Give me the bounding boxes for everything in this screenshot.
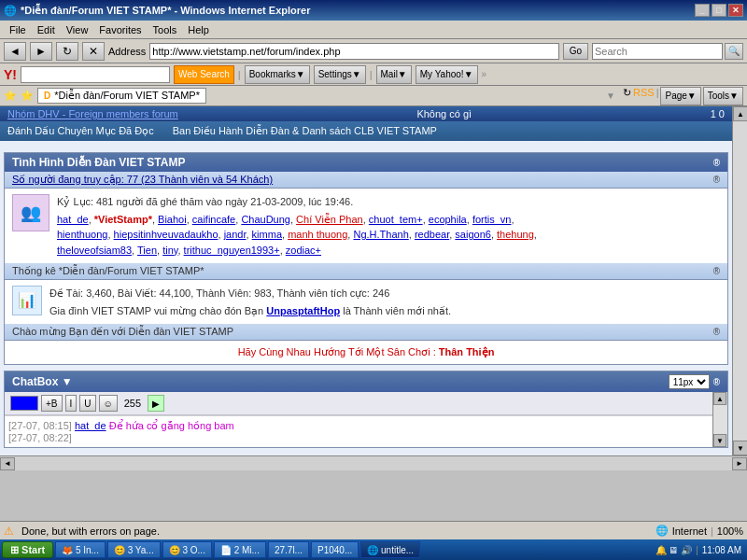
status-text: Done, but with errors on page.	[21, 525, 160, 537]
admin-link[interactable]: Ban Điều Hành Diễn Đàn & Danh sách CLB V…	[173, 125, 437, 137]
underline-button[interactable]: U	[79, 395, 95, 412]
scroll-left-button[interactable]: ◄	[0, 457, 15, 470]
user-hienthuong[interactable]: hienthuong	[57, 229, 107, 240]
yahoo-search-input[interactable]	[21, 66, 170, 83]
web-search-button[interactable]: Web Search	[174, 65, 234, 84]
taskbar-item-3[interactable]: 📄 2 Mi...	[214, 541, 266, 558]
user-hat_de[interactable]: hat_de	[57, 214, 89, 225]
chatbox-scroll-down[interactable]: ▼	[713, 434, 726, 447]
mark-read-link[interactable]: Đánh Dấu Chuyên Mục Đã Đọc	[7, 125, 154, 137]
current-tab[interactable]: D *Diễn đàn/Forum VIET STAMP*	[37, 88, 206, 104]
send-button[interactable]: ▶	[148, 395, 164, 412]
taskbar-item-4[interactable]: 27.7l...	[268, 541, 309, 558]
menu-help[interactable]: Help	[182, 22, 215, 37]
user-biahoi[interactable]: Biahoi	[158, 214, 187, 225]
tools-button[interactable]: Tools▼	[703, 87, 743, 105]
stop-button[interactable]: ✕	[82, 42, 105, 61]
user-zodiac[interactable]: zodiac+	[286, 245, 321, 256]
bold-button[interactable]: +B	[41, 395, 63, 412]
system-tray: 🔔 🖥 🔊 | 11:08 AM	[655, 545, 745, 555]
browser-icon: 🌐	[4, 5, 17, 17]
msg2-time: [27-07, 08:22]	[8, 432, 72, 443]
user-chaudung[interactable]: ChauDung	[241, 214, 290, 225]
go-button[interactable]: Go	[563, 43, 588, 60]
user-fortis[interactable]: fortis_vn	[472, 214, 512, 225]
forward-button[interactable]: ►	[30, 42, 52, 61]
bookmarks-button[interactable]: Bookmarks▼	[245, 65, 310, 84]
welcome-collapse-icon[interactable]: ®	[713, 327, 720, 337]
user-ecophila[interactable]: ecophila	[429, 214, 467, 225]
search-input[interactable]	[592, 43, 723, 60]
user-manhthuong[interactable]: manh thuong	[288, 229, 347, 240]
search-button[interactable]: 🔍	[725, 43, 743, 60]
chatbox-scroll-up[interactable]: ▲	[713, 392, 726, 405]
user-jandr[interactable]: jandr	[224, 229, 247, 240]
page-scrollbar: ▲ ▼	[732, 106, 747, 455]
scroll-up-button[interactable]: ▲	[733, 106, 747, 121]
address-input[interactable]	[149, 43, 558, 60]
myyahoo-button[interactable]: My Yahoo!▼	[416, 65, 478, 84]
start-label: Start	[21, 544, 45, 555]
chatbox-title[interactable]: ChatBox ▼	[12, 375, 73, 388]
taskbar-item-0[interactable]: 🦊 5 In...	[55, 541, 106, 558]
user-theloveofsiam[interactable]: theloveofsiam83	[57, 245, 132, 256]
scroll-right-button[interactable]: ►	[732, 457, 747, 470]
user-trithuc[interactable]: trithuc_nguyen1993+	[184, 245, 280, 256]
mail-button[interactable]: Mail▼	[376, 65, 412, 84]
close-button[interactable]: ✕	[728, 4, 743, 17]
taskbar-item-5[interactable]: P1040...	[311, 541, 359, 558]
minimize-button[interactable]: _	[695, 4, 710, 17]
stats-icon: 📊	[12, 286, 42, 315]
menu-file[interactable]: File	[4, 22, 32, 37]
settings-button[interactable]: Settings▼	[314, 65, 366, 84]
user-vietstamp[interactable]: *VietStamp*	[94, 214, 152, 225]
user-saigon6[interactable]: saigon6	[455, 229, 491, 240]
user-tiny[interactable]: tiny	[162, 245, 177, 256]
menu-favorites[interactable]: Favorites	[93, 22, 147, 37]
chatbox-body: +B I U ☺ 255 ▶ [27-07, 08:15] hat_de Để …	[5, 392, 727, 447]
user-kimma[interactable]: kimma	[252, 229, 282, 240]
menu-edit[interactable]: Edit	[32, 22, 61, 37]
chat-message-2: [27-07, 08:22]	[8, 432, 709, 443]
refresh-button[interactable]: ↻	[56, 42, 78, 61]
user-caifincafe[interactable]: caifincafe	[192, 214, 235, 225]
taskbar-item-2[interactable]: 😊 3 O...	[162, 541, 212, 558]
chatbox-collapse-icon[interactable]: ®	[713, 377, 720, 387]
yahoo-icon: Y!	[4, 67, 17, 82]
online-collapse-icon[interactable]: ®	[713, 175, 720, 185]
user-tien[interactable]: Tien	[137, 245, 157, 256]
status-bar: ⚠ Done, but with errors on page. 🌐 Inter…	[0, 521, 747, 539]
task-icon-2: 😊	[169, 545, 180, 555]
page-button[interactable]: Page▼	[660, 87, 700, 105]
new-member-name[interactable]: UnpasptaftHop	[266, 305, 340, 316]
user-chivien[interactable]: Chí Viễn Phan	[296, 214, 363, 225]
italic-button[interactable]: I	[65, 395, 78, 412]
font-size-select[interactable]: 11px 12px 14px	[669, 374, 710, 389]
address-label: Address	[108, 46, 146, 57]
user-thehung[interactable]: thehung	[497, 229, 534, 240]
rss-icon[interactable]: RSS	[633, 87, 655, 105]
stats-collapse-icon2[interactable]: ®	[713, 266, 720, 276]
taskbar-item-1[interactable]: 😊 3 Ya...	[107, 541, 161, 558]
start-button[interactable]: ⊞ Start	[2, 541, 53, 558]
nav-row: Đánh Dấu Chuyên Mục Đã Đọc Ban Điều Hành…	[0, 121, 732, 141]
user-chuottem[interactable]: chuot_tem+	[369, 214, 423, 225]
menu-view[interactable]: View	[61, 22, 94, 37]
new-member-line: Gia đình VIET STAMP vui mừng chào đón Bạ…	[49, 303, 451, 319]
user-redbear[interactable]: redbear	[415, 229, 449, 240]
user-ngh[interactable]: Ng.H.Thanh	[353, 229, 408, 240]
task-icon-6: 🌐	[367, 545, 378, 555]
refresh-icon[interactable]: ↻	[623, 87, 631, 105]
stats-collapse-icon[interactable]: ®	[713, 158, 720, 168]
msg1-user[interactable]: hat_de	[75, 420, 106, 431]
scroll-track[interactable]	[733, 121, 747, 441]
scroll-down-button[interactable]: ▼	[733, 441, 747, 455]
emoji-button[interactable]: ☺	[99, 395, 118, 412]
font-color-picker[interactable]	[10, 396, 38, 411]
taskbar-item-6[interactable]: 🌐 untitle...	[360, 541, 420, 558]
back-button[interactable]: ◄	[4, 42, 26, 61]
welcome-text-label: Hãy Cùng Nhau Hướng Tới Một Sân Chơi :	[238, 346, 436, 357]
maximize-button[interactable]: □	[712, 4, 726, 17]
user-hiepsi[interactable]: hiepsitinhveuvadaukho	[114, 229, 218, 240]
menu-tools[interactable]: Tools	[148, 22, 183, 37]
